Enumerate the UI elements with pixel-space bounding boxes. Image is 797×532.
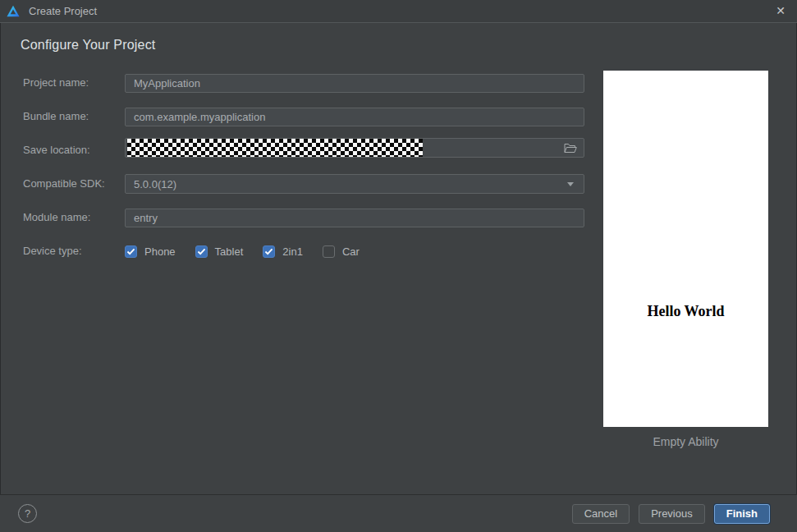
folder-icon [564, 143, 577, 154]
checkbox-phone-icon[interactable] [125, 245, 137, 258]
compatible-sdk-select[interactable]: 5.0.0(12) [125, 174, 584, 194]
device-type-tablet-label: Tablet [215, 245, 244, 258]
device-type-group: Phone Tablet 2in1 Car [125, 243, 360, 259]
device-type-label: Device type: [23, 244, 82, 259]
checkbox-tablet-icon[interactable] [195, 245, 208, 258]
footer-bar: ? Cancel Previous Finish [0, 494, 797, 532]
project-name-input[interactable] [125, 74, 584, 93]
chevron-down-icon [567, 182, 574, 186]
project-name-label: Project name: [23, 76, 89, 90]
compatible-sdk-label: Compatible SDK: [23, 177, 105, 191]
device-type-phone[interactable]: Phone [125, 245, 176, 258]
module-name-label: Module name: [23, 210, 90, 225]
help-button[interactable]: ? [18, 504, 37, 523]
module-name-input[interactable] [125, 209, 584, 227]
finish-button[interactable]: Finish [714, 504, 770, 524]
bundle-name-input[interactable] [125, 108, 584, 126]
title-bar: Create Project ✕ [0, 0, 797, 23]
help-icon: ? [25, 507, 30, 520]
preview-caption: Empty Ability [603, 435, 768, 448]
previous-button[interactable]: Previous [639, 504, 705, 524]
save-location-input[interactable] [125, 138, 584, 158]
browse-folder-button[interactable] [562, 140, 579, 155]
checkbox-car-icon[interactable] [323, 245, 335, 258]
device-type-tablet[interactable]: Tablet [195, 245, 244, 258]
save-location-redacted-value [127, 139, 423, 157]
bundle-name-label: Bundle name: [23, 109, 89, 124]
device-type-car[interactable]: Car [323, 245, 360, 258]
cancel-button[interactable]: Cancel [572, 504, 630, 524]
preview-panel: Hello World [603, 71, 768, 427]
device-type-2in1-label: 2in1 [282, 245, 303, 258]
device-type-car-label: Car [342, 245, 360, 258]
device-type-phone-label: Phone [144, 245, 176, 258]
deveco-logo-icon [7, 5, 20, 17]
checkbox-2in1-icon[interactable] [263, 245, 275, 258]
close-button[interactable]: ✕ [769, 0, 792, 21]
page-title: Configure Your Project [21, 38, 156, 53]
create-project-dialog: Create Project ✕ Configure Your Project … [0, 0, 797, 532]
window-title: Create Project [29, 5, 97, 17]
save-location-label: Save location: [23, 143, 90, 158]
device-type-2in1[interactable]: 2in1 [263, 245, 303, 258]
close-icon: ✕ [776, 4, 786, 17]
compatible-sdk-value: 5.0.0(12) [126, 178, 584, 190]
preview-hello-world-text: Hello World [603, 303, 768, 320]
